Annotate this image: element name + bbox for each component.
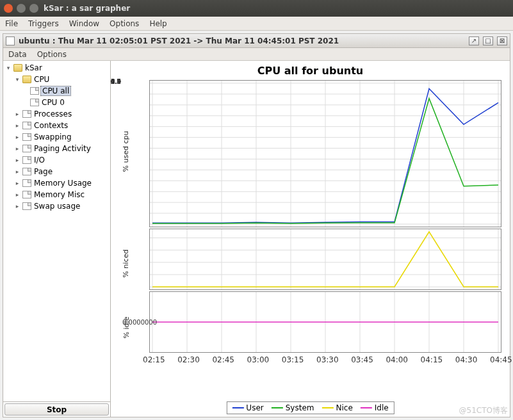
page-icon [22,122,31,129]
menu-triggers[interactable]: Triggers [28,19,59,28]
folder-icon [13,64,22,72]
page-icon [30,99,39,106]
tree-page[interactable]: ▸Page [4,166,109,177]
chart-area: CPU all for ubuntu % used cpu % niced % … [111,61,510,417]
window-title: kSar : a sar grapher [44,4,130,13]
watermark: @51CTO博客 [459,405,508,416]
menu-help[interactable]: Help [149,19,167,28]
tree-cpu[interactable]: ▾CPU [4,74,109,85]
ylabel-niced: % niced [122,250,130,278]
legend: User System Nice Idle [226,401,394,414]
submenu-data[interactable]: Data [8,50,27,59]
folder-icon [22,76,31,83]
tree[interactable]: ▾kSar ▾CPU CPU all CPU 0 ▸Processes ▸Con… [3,61,110,401]
legend-nice: Nice [322,403,352,412]
tree-memusage[interactable]: ▸Memory Usage [4,177,109,189]
page-icon [22,145,31,152]
window-titlebar: kSar : a sar grapher [0,0,513,17]
legend-idle: Idle [361,403,389,412]
stop-bar: Stop [3,401,110,417]
page-icon [22,168,31,175]
page-icon [22,202,31,210]
stop-button[interactable]: Stop [4,403,109,416]
page-icon [22,110,31,118]
idle-ytick: 0.0000000 [122,319,157,326]
window-buttons [4,4,38,13]
tree-swapping[interactable]: ▸Swapping [4,131,109,143]
x-ticks: 02:1502:3002:4503:0003:1503:3003:4504:00… [149,355,501,364]
frame-close-icon[interactable]: ⊠ [497,36,507,45]
detach-icon[interactable]: ↗ [469,36,479,45]
maximize-icon[interactable] [29,4,38,13]
frame-max-icon[interactable]: □ [483,36,493,45]
frame-icon [6,36,15,45]
menu-file[interactable]: File [5,19,18,28]
chart-title: CPU all for ubuntu [111,61,510,78]
page-icon [22,179,31,187]
submenu-options[interactable]: Options [37,50,67,59]
tree-swapusage[interactable]: ▸Swap usage [4,200,109,212]
close-icon[interactable] [4,4,13,13]
page-icon [22,156,31,164]
menu-options[interactable]: Options [110,19,139,28]
page-icon [30,87,39,95]
plot-idle [149,291,501,353]
legend-system: System [272,403,314,412]
sidebar: ▾kSar ▾CPU CPU all CPU 0 ▸Processes ▸Con… [3,61,111,417]
legend-user: User [232,403,263,412]
frame-title: ubuntu : Thu Mar 11 02:05:01 PST 2021 ->… [19,36,465,45]
page-icon [22,133,31,141]
tree-paging[interactable]: ▸Paging Activity [4,143,109,154]
tree-cpu-0[interactable]: CPU 0 [4,97,109,108]
menu-window[interactable]: Window [69,19,99,28]
tree-memmisc[interactable]: ▸Memory Misc [4,189,109,200]
minimize-icon[interactable] [17,4,26,13]
tree-contexts[interactable]: ▸Contexts [4,120,109,131]
plot-used-cpu [149,80,501,227]
internal-frame: ubuntu : Thu Mar 11 02:05:01 PST 2021 ->… [3,33,510,417]
tree-root[interactable]: ▾kSar [4,62,109,74]
plot-niced [149,229,501,290]
internal-frame-titlebar: ubuntu : Thu Mar 11 02:05:01 PST 2021 ->… [3,34,510,48]
menubar: File Triggers Window Options Help [0,17,513,31]
tree-cpu-all[interactable]: CPU all [4,85,109,97]
tree-processes[interactable]: ▸Processes [4,108,109,120]
tree-io[interactable]: ▸I/O [4,154,109,166]
frame-menubar: Data Options [3,48,510,61]
page-icon [22,191,31,198]
ylabel-used: % used cpu [122,131,130,172]
